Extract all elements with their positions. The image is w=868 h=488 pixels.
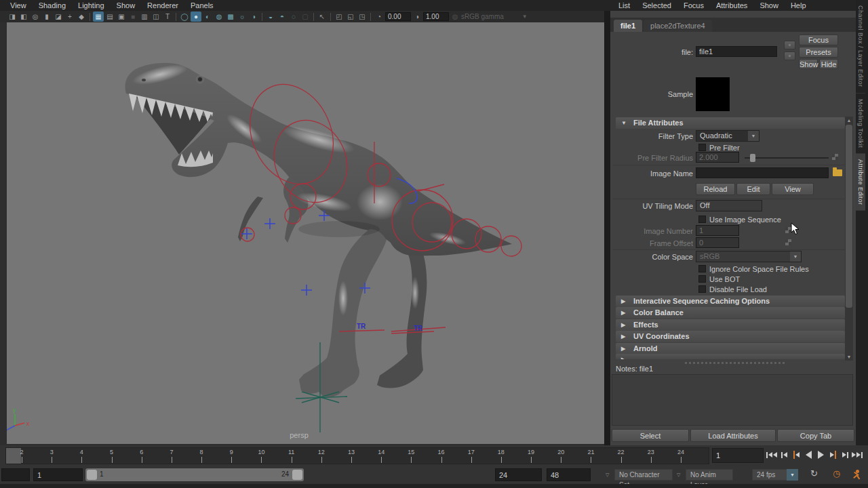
- smooth-shade-all-icon[interactable]: ●: [191, 12, 201, 22]
- color-space-dropdown[interactable]: sRGB ▼: [696, 251, 802, 262]
- editor-menu-attributes[interactable]: Attributes: [711, 1, 752, 10]
- camera-attributes-icon[interactable]: ◎: [30, 12, 41, 22]
- timeline-playhead[interactable]: [6, 448, 21, 464]
- swatch-in-icon[interactable]: ▫: [784, 52, 795, 60]
- range-start-handle[interactable]: [87, 470, 97, 480]
- file-name-field[interactable]: [696, 46, 777, 57]
- exposure-field[interactable]: [385, 12, 411, 21]
- view-button[interactable]: View: [772, 183, 814, 195]
- attribute-tab-file1[interactable]: file1: [614, 20, 642, 32]
- ignore-color-space-rules-checkbox[interactable]: [698, 265, 706, 272]
- editor-menu-focus[interactable]: Focus: [679, 1, 709, 10]
- image-name-field[interactable]: [696, 167, 829, 178]
- splitter-grip[interactable]: [685, 362, 787, 364]
- gamma-icon[interactable]: ◑: [412, 12, 422, 22]
- viewport-menu-lighting[interactable]: Lighting: [73, 1, 109, 10]
- character-set-dropdown[interactable]: No Character Set: [614, 469, 673, 481]
- anim-layer-caret-icon[interactable]: ▽: [677, 472, 680, 478]
- reload-button[interactable]: Reload: [696, 183, 735, 195]
- wireframe-on-shaded-icon[interactable]: ▩: [225, 12, 236, 22]
- playback-end-field[interactable]: [495, 468, 542, 481]
- viewport-menu-show[interactable]: Show: [112, 1, 140, 10]
- character-set-caret-icon[interactable]: ▽: [606, 472, 609, 478]
- disable-file-load-checkbox[interactable]: [698, 285, 706, 293]
- grease-pencil-icon[interactable]: ◆: [76, 12, 87, 22]
- resolution-gate-icon[interactable]: ▣: [116, 12, 127, 22]
- range-end-handle[interactable]: [292, 470, 302, 480]
- section-uv-coordinates[interactable]: ▶UV Coordinates: [616, 331, 845, 342]
- xray-icon[interactable]: ◒: [265, 12, 276, 22]
- plate-mode-icon[interactable]: ▢: [300, 12, 311, 22]
- anim-end-field[interactable]: [547, 468, 591, 481]
- scroll-up-icon[interactable]: ▲: [845, 117, 853, 124]
- viewport-menu-renderer[interactable]: Renderer: [142, 1, 183, 10]
- textured-icon[interactable]: ◍: [214, 12, 224, 22]
- play-backward-button[interactable]: [803, 449, 814, 461]
- section-effects[interactable]: ▶Effects: [616, 319, 845, 331]
- scrollbar-thumb[interactable]: [846, 125, 852, 308]
- film-gate-icon[interactable]: ▤: [104, 12, 115, 22]
- section-clipped[interactable]: ▶: [616, 354, 845, 359]
- time-slider[interactable]: 23456789101112131415161718192021222324: [5, 447, 709, 464]
- anim-start-field[interactable]: [1, 468, 30, 481]
- pre-filter-map-icon[interactable]: [832, 154, 838, 160]
- pre-filter-radius-slider[interactable]: [745, 157, 829, 159]
- pre-filter-checkbox[interactable]: [698, 144, 706, 151]
- lock-camera-icon[interactable]: ◧: [18, 12, 29, 22]
- fps-caret-icon[interactable]: ▼: [787, 469, 798, 481]
- shadows-icon[interactable]: ◑: [248, 12, 259, 22]
- filter-type-dropdown[interactable]: Quadratic ▼: [696, 130, 760, 142]
- animation-preferences-icon[interactable]: ◷: [833, 468, 840, 479]
- wireframe-icon[interactable]: ◯: [179, 12, 190, 22]
- section-arnold[interactable]: ▶Arnold: [616, 343, 845, 354]
- editor-menu-list[interactable]: List: [614, 1, 635, 10]
- viewport-panel[interactable]: TR TR y x z persp: [7, 22, 604, 444]
- editor-menu-show[interactable]: Show: [755, 1, 783, 10]
- section-color-balance[interactable]: ▶Color Balance: [616, 307, 845, 319]
- presets-button[interactable]: Presets: [799, 47, 838, 58]
- panel-divider[interactable]: [604, 11, 610, 488]
- editor-menu-help[interactable]: Help: [786, 1, 811, 10]
- bookmark-icon[interactable]: ▮: [41, 12, 52, 22]
- range-slider[interactable]: 1 24: [85, 468, 304, 481]
- swatch-out-icon[interactable]: ▫: [784, 41, 795, 49]
- trex-far-arm[interactable]: [238, 197, 263, 241]
- use-bot-checkbox[interactable]: [698, 275, 706, 283]
- half-shade-icon[interactable]: ◐: [202, 12, 213, 22]
- safe-title-icon[interactable]: T: [162, 12, 173, 22]
- edit-button[interactable]: Edit: [736, 183, 770, 195]
- viewport-menu-shading[interactable]: Shading: [34, 1, 71, 10]
- go-to-start-button[interactable]: [766, 449, 777, 461]
- step-back-key-button[interactable]: [791, 449, 802, 461]
- pre-filter-radius-field[interactable]: 2.000: [696, 152, 739, 163]
- side-tab-attribute-editor[interactable]: Attribute Editor: [856, 154, 865, 211]
- fps-dropdown[interactable]: 24 fps: [752, 469, 787, 481]
- use-all-lights-icon[interactable]: ☼: [237, 12, 248, 22]
- frame-offset-map-icon[interactable]: [785, 239, 791, 245]
- select-button[interactable]: Select: [612, 429, 689, 442]
- image-plane-icon[interactable]: ◪: [53, 12, 64, 22]
- snapshot-a-icon[interactable]: ◰: [334, 12, 344, 22]
- play-forward-button[interactable]: [815, 449, 826, 461]
- step-forward-frame-button[interactable]: [840, 449, 850, 461]
- gate-mask-icon[interactable]: ■: [127, 12, 138, 22]
- hide-button[interactable]: Hide: [819, 59, 838, 69]
- section-interactive-sequence-caching-options[interactable]: ▶Interactive Sequence Caching Options: [616, 296, 845, 307]
- texture-sample-swatch[interactable]: [696, 77, 730, 111]
- viewport-menu-panels[interactable]: Panels: [186, 1, 218, 10]
- safe-action-icon[interactable]: ◫: [151, 12, 161, 22]
- section-file-attributes[interactable]: ▼ File Attributes: [616, 117, 845, 129]
- browse-folder-icon[interactable]: [833, 169, 842, 176]
- select-camera-icon[interactable]: ◨: [7, 12, 18, 22]
- copy-tab-button[interactable]: Copy Tab: [777, 429, 854, 442]
- grid-icon[interactable]: ▦: [93, 12, 104, 22]
- attribute-tab-place2dtexture4[interactable]: place2dTexture4: [644, 20, 712, 32]
- region-crop-icon[interactable]: ◳: [357, 12, 368, 22]
- scroll-down-icon[interactable]: ▼: [845, 353, 853, 361]
- image-number-field[interactable]: 1: [696, 225, 739, 236]
- xray-joints-icon[interactable]: ◓: [277, 12, 288, 22]
- step-back-frame-button[interactable]: [778, 449, 789, 461]
- frame-offset-field[interactable]: 0: [696, 237, 739, 248]
- side-tab-channel-box-layer-editor[interactable]: Channel Box / Layer Editor: [856, 0, 865, 94]
- viewport-menu-view[interactable]: View: [5, 1, 31, 10]
